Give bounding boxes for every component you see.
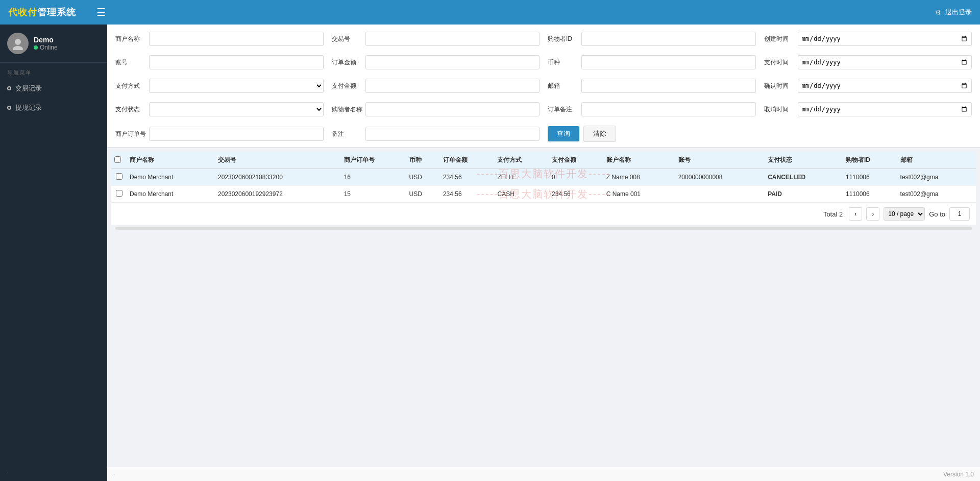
pay-time-input[interactable] xyxy=(798,55,972,69)
payment-method-select[interactable] xyxy=(149,79,324,93)
table-row: Demo Merchant 2023020600210833200 16 USD… xyxy=(111,169,976,186)
col-account-name: 账户名称 xyxy=(603,152,675,169)
row-checkbox[interactable] xyxy=(116,190,122,197)
sidebar-item-withdrawals[interactable]: 提现记录 xyxy=(0,98,107,117)
cell-order-amount: 234.56 xyxy=(440,169,495,186)
currency-input[interactable] xyxy=(581,55,756,69)
pagination-bar: Total 2 ‹ › 10 / page 20 / page 50 / pag… xyxy=(111,203,976,225)
merchant-name-input[interactable] xyxy=(149,32,324,46)
cell-email: test002@gma xyxy=(897,169,976,186)
search-row-buyer-name: 购物者名称 xyxy=(332,102,540,116)
cell-merchant-order: 15 xyxy=(341,186,406,203)
cell-account-name: Z Name 008 xyxy=(603,169,675,186)
buyer-id-label: 购物者ID xyxy=(548,35,578,43)
account-label: 账号 xyxy=(115,58,146,67)
sidebar-user-profile: Demo Online xyxy=(0,25,107,63)
sidebar-bottom: · xyxy=(0,463,107,481)
sidebar-item-transactions-label: 交易记录 xyxy=(15,84,42,93)
confirm-time-input[interactable] xyxy=(798,79,972,93)
col-transaction-id: 交易号 xyxy=(215,152,341,169)
search-row-buyer-id: 购物者ID xyxy=(548,32,756,46)
table-wrapper: -----百思大脑软件开发----- -----百思大脑软件开发----- 商户… xyxy=(111,152,976,203)
col-account-no: 账号 xyxy=(675,152,765,169)
goto-page-input[interactable] xyxy=(949,207,970,221)
col-pay-amount: 支付金额 xyxy=(549,152,603,169)
col-buyer-id: 购物者ID xyxy=(843,152,897,169)
email-label: 邮箱 xyxy=(548,82,578,90)
order-remark-input[interactable] xyxy=(581,102,756,116)
cell-merchant-name: Demo Merchant xyxy=(127,169,215,186)
cell-account-no xyxy=(675,186,765,203)
version-label: Version 1.0 xyxy=(943,471,974,478)
col-merchant-name: 商户名称 xyxy=(127,152,215,169)
search-row-confirm-time: 确认时间 xyxy=(764,79,972,93)
menu-toggle-button[interactable]: ☰ xyxy=(96,6,106,18)
circle-icon-2 xyxy=(7,106,11,110)
order-amount-label: 订单金额 xyxy=(332,58,362,67)
logout-button[interactable]: ⚙ 退出登录 xyxy=(935,8,972,17)
sidebar-item-withdrawals-label: 提现记录 xyxy=(15,103,42,112)
main-content: 商户名称 交易号 购物者ID 创建时间 账号 xyxy=(107,25,980,481)
sidebar-item-transactions[interactable]: 交易记录 xyxy=(0,79,107,98)
sidebar-status: Online xyxy=(34,44,58,51)
col-email: 邮箱 xyxy=(897,152,976,169)
buyer-id-input[interactable] xyxy=(581,32,756,46)
cancel-time-input[interactable] xyxy=(798,102,972,116)
horizontal-scrollbar[interactable] xyxy=(111,225,976,232)
col-order-amount: 订单金额 xyxy=(440,152,495,169)
row-checkbox[interactable] xyxy=(116,173,122,180)
page-size-select[interactable]: 10 / page 20 / page 50 / page xyxy=(884,207,925,221)
search-button[interactable]: 查询 xyxy=(548,126,579,141)
total-label: Total xyxy=(823,210,837,218)
search-panel: 商户名称 交易号 购物者ID 创建时间 账号 xyxy=(107,25,980,148)
search-row-cancel-time: 取消时间 xyxy=(764,102,972,116)
scrollbar-track xyxy=(115,227,972,230)
search-row-currency: 币种 xyxy=(548,55,756,69)
app-logo: 代收付管理系统 xyxy=(8,6,76,18)
logout-icon: ⚙ xyxy=(935,9,941,16)
cell-buyer-id: 1110006 xyxy=(843,169,897,186)
sidebar-status-label: Online xyxy=(40,44,58,51)
remark-input[interactable] xyxy=(365,127,540,141)
status-dot-icon xyxy=(34,45,38,50)
bottom-bar: · Version 1.0 xyxy=(107,467,980,481)
clear-button[interactable]: 清除 xyxy=(583,126,616,142)
search-row-pay-time: 支付时间 xyxy=(764,55,972,69)
merchant-order-input[interactable] xyxy=(149,127,324,141)
table-header-row: 商户名称 交易号 商户订单号 币种 订单金额 支付方式 支付金额 账户名称 账号… xyxy=(111,152,976,169)
col-currency: 币种 xyxy=(406,152,440,169)
cell-transaction-id: 2023020600210833200 xyxy=(215,169,341,186)
cell-pay-status: PAID xyxy=(765,186,843,203)
search-row-merchant-order: 商户订单号 xyxy=(115,126,324,142)
payment-status-select[interactable] xyxy=(149,102,324,116)
created-time-input[interactable] xyxy=(798,32,972,46)
search-row-payment-method: 支付方式 xyxy=(115,79,324,93)
search-row-order-remark: 订单备注 xyxy=(548,102,756,116)
next-page-button[interactable]: › xyxy=(866,207,879,221)
select-all-checkbox[interactable] xyxy=(114,156,121,163)
search-row-transaction-id: 交易号 xyxy=(332,32,540,46)
sidebar-nav-label: 导航菜单 xyxy=(0,63,107,79)
prev-page-button[interactable]: ‹ xyxy=(849,207,862,221)
search-row-pay-amount: 支付金额 xyxy=(332,79,540,93)
row-checkbox-cell xyxy=(111,186,127,203)
cell-pay-status: CANCELLED xyxy=(765,169,843,186)
col-payment-method: 支付方式 xyxy=(494,152,549,169)
cell-pay-amount: 0 xyxy=(549,169,603,186)
buyer-name-input[interactable] xyxy=(365,102,540,116)
transaction-id-input[interactable] xyxy=(365,32,540,46)
order-amount-input[interactable] xyxy=(365,55,540,69)
pagination-total-label: Total 2 xyxy=(823,210,843,218)
pay-amount-input[interactable] xyxy=(365,79,540,93)
email-input[interactable] xyxy=(581,79,756,93)
cell-pay-amount: 234.56 xyxy=(549,186,603,203)
payment-status-label: 支付状态 xyxy=(115,105,146,114)
cell-account-no: 2000000000008 xyxy=(675,169,765,186)
account-input[interactable] xyxy=(149,55,324,69)
search-row-email: 邮箱 xyxy=(548,79,756,93)
remark-label: 备注 xyxy=(332,130,362,138)
merchant-order-label: 商户订单号 xyxy=(115,130,146,138)
sidebar-username: Demo xyxy=(34,36,58,44)
circle-icon xyxy=(7,86,11,90)
cell-payment-method: CASH xyxy=(494,186,549,203)
